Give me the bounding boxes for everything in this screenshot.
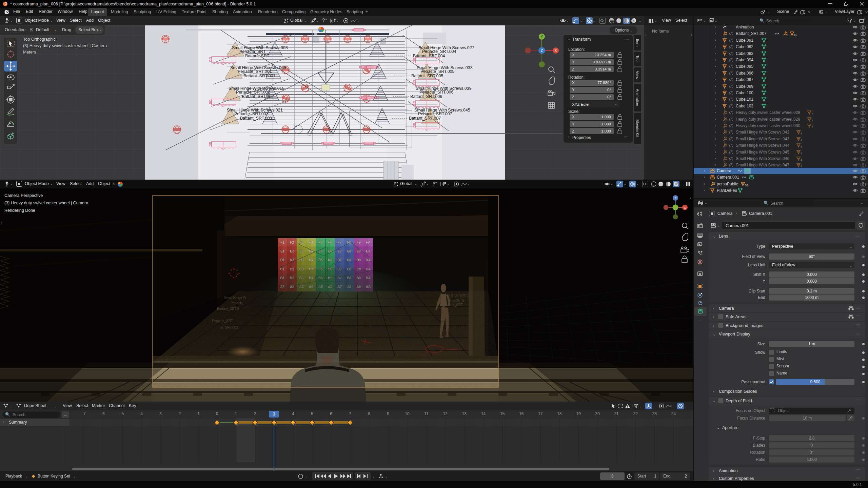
svg-text:⌄: ⌄ bbox=[682, 183, 685, 186]
svg-text:Battant_SRT.004: Battant_SRT.004 bbox=[413, 54, 445, 58]
svg-text:Periacte_SRT.002: Periacte_SRT.002 bbox=[236, 90, 270, 95]
svg-text:Periacte_SRT.007: Periacte_SRT.007 bbox=[418, 111, 452, 116]
svg-text:Periacte_SRT.003: Periacte_SRT.003 bbox=[234, 111, 269, 116]
svg-text:Periacte_SRT.004: Periacte_SRT.004 bbox=[422, 49, 456, 54]
svg-text:Periacte_SRT.005: Periacte_SRT.005 bbox=[420, 69, 455, 74]
svg-text:Periacte_SRT.006: Periacte_SRT.006 bbox=[419, 90, 454, 95]
svg-text:Z: Z bbox=[541, 49, 543, 53]
svg-text:Battant_SRT.007: Battant_SRT.007 bbox=[409, 116, 441, 121]
svg-text:Battant_SRT.002: Battant_SRT.002 bbox=[242, 94, 274, 99]
svg-text:Battant_SRT.001: Battant_SRT.001 bbox=[243, 74, 275, 78]
svg-text:Periacte_SRT: Periacte_SRT bbox=[239, 49, 266, 54]
svg-text:Y: Y bbox=[541, 35, 543, 39]
svg-text:X: X bbox=[684, 206, 686, 209]
svg-text:Battant_SRT: Battant_SRT bbox=[245, 54, 270, 58]
svg-text:Periacte_SRT.001: Periacte_SRT.001 bbox=[238, 69, 272, 74]
svg-text:Battant_SRT.003: Battant_SRT.003 bbox=[240, 116, 272, 121]
svg-text:Battant_SRT.006: Battant_SRT.006 bbox=[410, 94, 442, 99]
svg-text:Battant_SRT.005: Battant_SRT.005 bbox=[411, 74, 443, 78]
svg-text:Z: Z bbox=[674, 197, 676, 200]
svg-text:X: X bbox=[555, 49, 557, 53]
